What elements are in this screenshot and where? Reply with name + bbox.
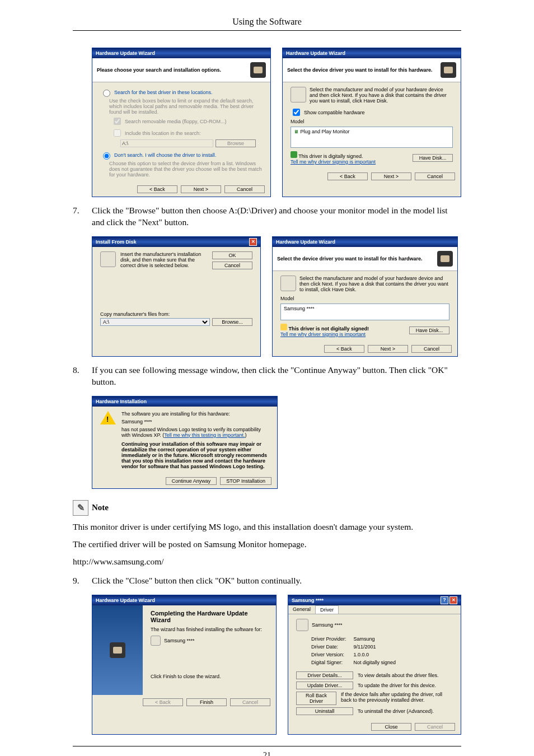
- wizard-select-driver-samsung: Hardware Update Wizard Select the device…: [272, 236, 458, 357]
- update-text: To update the driver for this device.: [358, 683, 436, 688]
- title-text: Hardware Update Wizard: [96, 598, 155, 603]
- radio2-subtext: Choose this option to select the device …: [109, 161, 263, 178]
- tab-general[interactable]: General: [288, 605, 315, 614]
- include-location-checkbox[interactable]: [114, 129, 121, 137]
- model-item[interactable]: Samsung ****: [284, 306, 315, 311]
- uninstall-button[interactable]: Uninstall: [296, 707, 353, 715]
- tab-driver[interactable]: Driver: [315, 605, 339, 614]
- instr-text: Select the manufacturer and model of you…: [299, 276, 449, 292]
- titlebar: Hardware Update Wizard: [92, 595, 276, 605]
- signed-icon: [291, 151, 297, 158]
- banner-text: Select the device driver you want to ins…: [287, 67, 433, 73]
- step-9: 9. Click the "Close" button then click "…: [73, 575, 461, 587]
- step-number: 7.: [73, 205, 92, 228]
- instr-text: Insert the manufacturer's installation d…: [120, 251, 208, 269]
- banner-text: Please choose your search and installati…: [97, 67, 221, 73]
- continue-anyway-button[interactable]: Continue Anyway: [166, 477, 217, 485]
- date-label: Driver Date:: [311, 643, 352, 650]
- install-from-disk-dialog: Install From Disk ✕ Insert the manufactu…: [92, 236, 261, 357]
- search-best-radio[interactable]: [103, 90, 110, 97]
- provider-value: Samsung: [353, 636, 396, 642]
- line1: The software you are installing for this…: [121, 411, 269, 417]
- help-icon[interactable]: ?: [441, 596, 448, 604]
- note-line1: This monitor driver is under certifying …: [73, 521, 461, 533]
- version-label: Driver Version:: [311, 651, 352, 658]
- chk1-label: Search removable media (floppy, CD-ROM..…: [125, 119, 226, 124]
- titlebar: Hardware Update Wizard: [283, 48, 461, 58]
- wizard-search-options: Hardware Update Wizard Please choose you…: [92, 48, 271, 197]
- why-signing-link[interactable]: Tell me why driver signing is important: [280, 332, 366, 337]
- next-button[interactable]: Next >: [368, 345, 408, 353]
- path-dropdown[interactable]: A:\: [100, 318, 210, 326]
- page-header: Using the Software: [73, 17, 461, 27]
- banner: Please choose your search and installati…: [92, 58, 270, 82]
- next-button[interactable]: Next >: [181, 185, 221, 193]
- completing-heading: Completing the Hardware Update Wizard: [151, 610, 268, 623]
- close-button[interactable]: Close: [371, 723, 411, 731]
- title-text: Hardware Update Wizard: [96, 50, 155, 56]
- back-button[interactable]: < Back: [324, 345, 364, 353]
- title-text: Samsung ****: [292, 598, 324, 603]
- back-button[interactable]: < Back: [327, 172, 368, 180]
- stop-installation-button[interactable]: STOP Installation: [220, 477, 271, 485]
- titlebar: Samsung **** ? ✕: [288, 595, 461, 605]
- have-disk-button[interactable]: Have Disk...: [409, 326, 449, 334]
- close-icon[interactable]: ✕: [449, 596, 457, 604]
- close-icon[interactable]: ✕: [249, 238, 257, 246]
- cancel-button[interactable]: Cancel: [224, 185, 265, 193]
- radio-label: Search for the best driver in these loca…: [114, 90, 213, 95]
- testing-important-link[interactable]: Tell me why this testing is important.: [164, 432, 245, 438]
- finish-msg: Click Finish to close the wizard.: [151, 674, 268, 679]
- titlebar: Hardware Update Wizard: [92, 48, 270, 58]
- cancel-button: Cancel: [415, 723, 455, 731]
- disk-icon: [100, 251, 116, 267]
- update-driver-button[interactable]: Update Driver...: [296, 682, 353, 689]
- back-button: < Back: [143, 698, 183, 706]
- instr-text: Select the manufacturer and model of you…: [310, 87, 453, 104]
- banner-text: Select the device driver you want to ins…: [277, 256, 423, 262]
- ok-button[interactable]: OK: [212, 251, 252, 259]
- have-disk-button[interactable]: Have Disk...: [413, 154, 453, 162]
- banner: Select the device driver you want to ins…: [283, 58, 461, 82]
- rollback-driver-button[interactable]: Roll Back Driver: [296, 692, 336, 705]
- note-label: Note: [92, 503, 109, 512]
- version-value: 1.0.0.0: [353, 651, 396, 658]
- removable-media-checkbox[interactable]: [114, 118, 121, 125]
- browse-button[interactable]: Browse...: [212, 318, 252, 326]
- finish-button[interactable]: Finish: [186, 698, 227, 706]
- hardware-installation-warning: Hardware Installation The software you a…: [92, 396, 278, 489]
- browse-button[interactable]: Browse: [216, 139, 256, 147]
- radio1-subtext: Use the check boxes below to limit or ex…: [109, 98, 263, 115]
- note-url: http://www.samsung.com/: [73, 556, 461, 568]
- step-7: 7. Click the "Browse" button then choose…: [73, 205, 461, 228]
- wizard-icon: [437, 251, 453, 267]
- path-input[interactable]: [120, 139, 213, 147]
- titlebar: Install From Disk ✕: [92, 237, 260, 247]
- driver-details-button[interactable]: Driver Details...: [296, 671, 353, 679]
- wizard-completing: Hardware Update Wizard Completing the Ha…: [92, 595, 277, 735]
- step-text: Click the "Browse" button then choose A:…: [92, 205, 461, 228]
- rollback-text: If the device fails after updating the d…: [341, 692, 453, 703]
- wizard-select-driver: Hardware Update Wizard Select the device…: [282, 48, 461, 197]
- device-icon: [151, 636, 161, 646]
- details-text: To view details about the driver files.: [358, 673, 439, 678]
- model-list[interactable]: 🖥 Plug and Play Monitor: [291, 127, 453, 148]
- dont-search-radio[interactable]: [103, 152, 110, 160]
- note-icon: ✎: [73, 500, 88, 516]
- why-signing-link[interactable]: Tell me why driver signing is important: [291, 159, 376, 165]
- cancel-button[interactable]: Cancel: [212, 262, 252, 269]
- back-button[interactable]: < Back: [137, 185, 177, 193]
- device-name: Samsung ****: [164, 638, 195, 643]
- wizard-icon: [250, 62, 266, 78]
- disk-icon: [291, 87, 306, 102]
- title-text: Hardware Update Wizard: [286, 50, 345, 56]
- cancel-button[interactable]: Cancel: [415, 172, 455, 180]
- show-compatible-checkbox[interactable]: [293, 109, 300, 116]
- title-text: Install From Disk: [96, 239, 137, 245]
- model-item[interactable]: 🖥: [294, 129, 301, 134]
- cancel-button[interactable]: Cancel: [411, 345, 452, 353]
- titlebar: Hardware Installation: [92, 396, 277, 407]
- header-rule: [73, 30, 461, 31]
- model-list[interactable]: Samsung ****: [280, 304, 449, 320]
- next-button[interactable]: Next >: [371, 172, 411, 180]
